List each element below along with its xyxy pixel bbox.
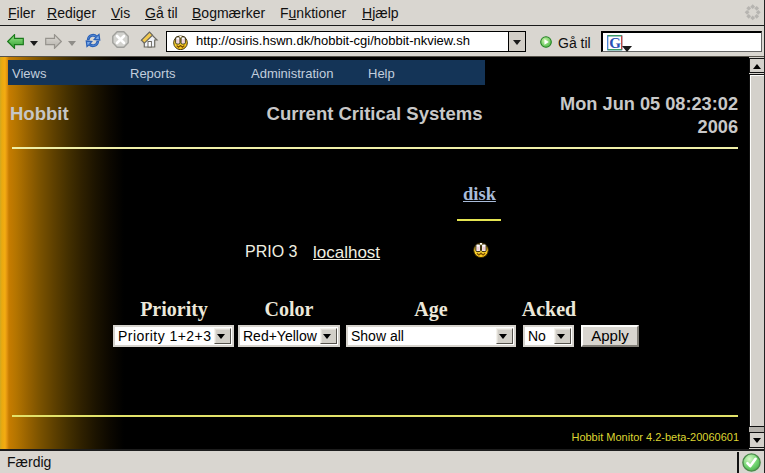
svg-text:G: G [609,35,621,51]
